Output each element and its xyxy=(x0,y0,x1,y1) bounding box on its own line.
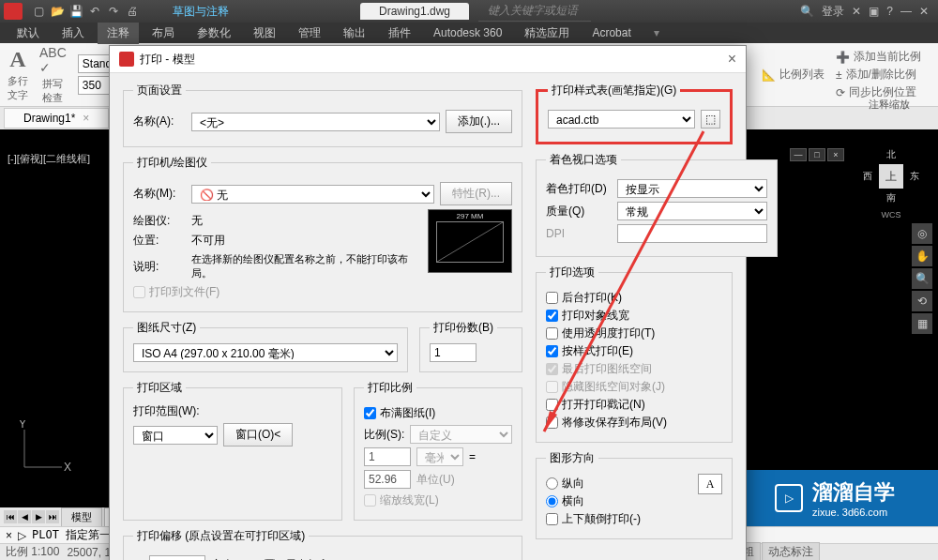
tab-acrobat[interactable]: Acrobat xyxy=(582,23,640,42)
landscape-radio[interactable] xyxy=(546,495,558,507)
tab-last-icon[interactable]: ⏭ xyxy=(46,510,59,523)
vp-maximize-icon[interactable]: □ xyxy=(809,148,825,161)
quick-access-toolbar: ▢ 📂 💾 ↶ ↷ 🖨 xyxy=(26,3,144,20)
plot-option-check-7[interactable] xyxy=(546,416,558,429)
window-button[interactable]: 窗口(O)< xyxy=(223,423,293,446)
plot-option-check-6[interactable] xyxy=(546,399,558,411)
orientation-group: 图形方向 纵向 横向 上下颠倒打印(-) A xyxy=(536,450,733,539)
workspace-link[interactable]: 草图与注释 xyxy=(173,4,229,20)
exchange-icon[interactable]: ✕ xyxy=(852,5,861,18)
plot-option-1[interactable]: 打印对象线宽 xyxy=(546,308,722,324)
dpi-input xyxy=(617,224,767,243)
undo-icon[interactable]: ↶ xyxy=(86,3,103,20)
showmotion-icon[interactable]: ▦ xyxy=(912,313,932,334)
search-icon[interactable]: 🔍 xyxy=(800,5,814,18)
plot-options-group: 打印选项 后台打印(K)打印对象线宽使用透明度打印(T)按样式打印(E)最后打印… xyxy=(536,265,733,443)
plot-style-select[interactable]: acad.ctb xyxy=(548,110,695,129)
model-tab[interactable]: 模型 xyxy=(61,507,102,527)
plot-option-check-0[interactable] xyxy=(546,292,558,304)
cmd-prompt-icon: ▷ xyxy=(18,529,26,542)
fit-to-paper-check[interactable] xyxy=(364,407,376,419)
tab-parametric[interactable]: 参数化 xyxy=(188,23,240,44)
scale-unit2-input xyxy=(364,470,411,489)
scale-display[interactable]: 比例 1:100 xyxy=(6,544,59,560)
printer-name-select[interactable]: 🚫 无 xyxy=(191,185,434,204)
new-icon[interactable]: ▢ xyxy=(30,3,47,20)
plot-option-2[interactable]: 使用透明度打印(T) xyxy=(546,325,722,341)
printer-group: 打印机/绘图仪 名称(M): 🚫 无 特性(R)... 绘图仪:无 位置:不可用… xyxy=(123,155,522,312)
plot-style-edit-button[interactable]: ⬚ xyxy=(701,110,720,129)
plot-option-3[interactable]: 按样式打印(E) xyxy=(546,343,722,359)
redo-icon[interactable]: ↷ xyxy=(105,3,122,20)
vp-minimize-icon[interactable]: — xyxy=(790,148,807,161)
plot-option-check-3[interactable] xyxy=(546,345,558,357)
copies-input[interactable] xyxy=(430,343,477,362)
help-icon[interactable]: ? xyxy=(886,5,893,18)
document-tab[interactable]: Drawing1*× xyxy=(4,108,109,129)
pagesetup-name-select[interactable]: <无> xyxy=(191,113,440,131)
vp-close-icon[interactable]: × xyxy=(827,148,844,161)
pagesetup-add-button[interactable]: 添加(.)... xyxy=(446,110,512,133)
quality-select[interactable]: 常规 xyxy=(617,202,767,220)
add-current-scale[interactable]: ➕添加当前比例 xyxy=(836,49,921,65)
search-box[interactable]: 键入关键字或短语 xyxy=(478,1,591,22)
tab-default[interactable]: 默认 xyxy=(8,23,49,44)
plot-option-6[interactable]: 打开打印戳记(N) xyxy=(546,397,722,413)
plot-option-check-2[interactable] xyxy=(546,327,558,340)
plot-option-0[interactable]: 后台打印(K) xyxy=(546,290,722,306)
orbit-icon[interactable]: ⟲ xyxy=(912,291,932,311)
offset-x-input[interactable] xyxy=(149,555,205,560)
tab-close-icon[interactable]: × xyxy=(83,112,89,125)
save-icon[interactable]: 💾 xyxy=(68,3,84,20)
print-icon[interactable]: 🖨 xyxy=(124,3,141,20)
tab-next-icon[interactable]: ▶ xyxy=(32,510,45,523)
tab-annotate[interactable]: 注释 xyxy=(98,23,139,44)
ucs-icon: YX xyxy=(15,420,71,479)
tab-plugins[interactable]: 插件 xyxy=(379,23,420,44)
upside-down-check[interactable] xyxy=(546,513,558,525)
plot-option-check-5 xyxy=(546,381,558,393)
tab-manage[interactable]: 管理 xyxy=(289,23,330,44)
document-title: Drawing1.dwg xyxy=(360,3,469,20)
view-cube[interactable]: 北 西 东 南 上 WCS xyxy=(863,148,919,204)
dialog-close-icon[interactable]: × xyxy=(728,51,736,68)
scale-list-button[interactable]: 📐比例列表 xyxy=(762,49,825,100)
plus-icon: ➕ xyxy=(836,51,850,64)
plot-option-7[interactable]: 将修改保存到布局(V) xyxy=(546,415,722,431)
play-icon: ▷ xyxy=(775,484,803,512)
login-link[interactable]: 登录 xyxy=(822,4,844,20)
tab-view[interactable]: 视图 xyxy=(244,23,285,44)
ribbon-tabs: 默认 插入 注释 布局 参数化 视图 管理 输出 插件 Autodesk 360… xyxy=(0,23,938,43)
minimize-icon[interactable]: — xyxy=(900,5,912,18)
page-setup-group: 页面设置 名称(A): <无> 添加(.)... xyxy=(123,83,522,147)
tab-layout[interactable]: 布局 xyxy=(143,23,184,44)
cmd-close-icon[interactable]: × xyxy=(6,529,12,542)
add-delete-scale[interactable]: ±添加/删除比例 xyxy=(836,67,921,83)
status-toggle-13[interactable]: 动态标注 xyxy=(762,542,820,560)
wheel-icon[interactable]: ◎ xyxy=(912,223,932,244)
shade-plot-select[interactable]: 按显示 xyxy=(617,179,767,198)
viewport-label[interactable]: [-][俯视][二维线框] xyxy=(8,152,90,166)
plusminus-icon: ± xyxy=(836,68,842,82)
tab-overflow-icon[interactable]: ▾ xyxy=(644,23,669,42)
tab-a360[interactable]: Autodesk 360 xyxy=(424,23,511,42)
printer-props-button: 特性(R)... xyxy=(440,182,512,205)
tab-output[interactable]: 输出 xyxy=(334,23,375,44)
tab-first-icon[interactable]: ⏮ xyxy=(4,510,17,523)
plot-option-check-1[interactable] xyxy=(546,310,558,322)
tab-insert[interactable]: 插入 xyxy=(53,23,94,44)
plot-range-select[interactable]: 窗口 xyxy=(133,426,218,445)
pan-icon[interactable]: ✋ xyxy=(912,246,932,266)
portrait-radio[interactable] xyxy=(546,477,558,490)
orientation-preview-icon: A xyxy=(698,474,722,494)
tab-featured[interactable]: 精选应用 xyxy=(515,23,579,44)
close-icon[interactable]: ✕ xyxy=(919,5,929,18)
tab-prev-icon[interactable]: ◀ xyxy=(18,510,31,523)
mtext-button[interactable]: A 多行 文字 xyxy=(8,47,28,102)
open-icon[interactable]: 📂 xyxy=(49,3,66,20)
zoom-icon[interactable]: 🔍 xyxy=(912,268,932,289)
cloud-icon[interactable]: ▣ xyxy=(869,5,879,18)
pagesetup-name-label: 名称(A): xyxy=(133,114,186,129)
paper-size-select[interactable]: ISO A4 (297.00 x 210.00 毫米) xyxy=(133,343,398,362)
spellcheck-button[interactable]: ABC✓ 拼写 检查 xyxy=(39,45,67,105)
